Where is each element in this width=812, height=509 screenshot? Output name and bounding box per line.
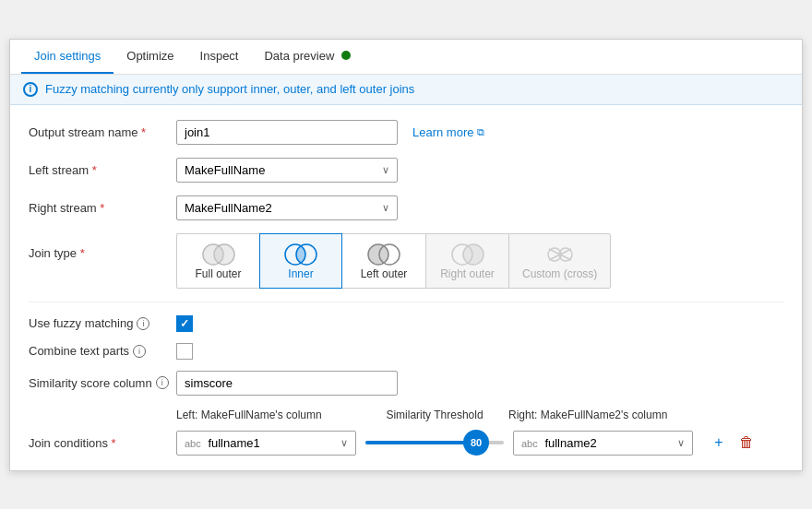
join-option-left-outer[interactable]: Left outer <box>342 233 425 289</box>
right-column-dropdown[interactable]: abc fullname2 ∨ <box>513 431 693 456</box>
banner-text: Fuzzy matching currently only support in… <box>45 82 414 96</box>
full-outer-icon <box>198 242 239 267</box>
learn-more-link[interactable]: Learn more ⧉ <box>412 125 484 139</box>
left-stream-dropdown[interactable]: MakeFullName ∨ <box>176 158 398 183</box>
info-banner: i Fuzzy matching currently only support … <box>10 75 802 105</box>
tab-join-settings[interactable]: Join settings <box>21 40 113 74</box>
right-outer-icon <box>448 242 488 267</box>
left-column-value: fullname1 <box>208 436 259 450</box>
divider <box>29 302 783 302</box>
tab-bar: Join settings Optimize Inspect Data prev… <box>10 40 802 75</box>
right-col-header: Right: MakeFullName2's column <box>508 408 693 421</box>
right-column-value: fullname2 <box>544 436 596 450</box>
inner-icon <box>281 242 321 267</box>
left-stream-row: Left stream MakeFullName ∨ <box>29 158 783 183</box>
fuzzy-matching-row: Use fuzzy matching i ✓ <box>29 315 783 332</box>
right-stream-value: MakeFullName2 <box>185 201 272 215</box>
right-stream-row: Right stream MakeFullName2 ∨ <box>29 195 783 220</box>
combine-info-icon[interactable]: i <box>133 345 146 358</box>
sim-score-label: Similarity score column i <box>29 376 176 390</box>
mid-col-header: Similarity Threshold <box>361 408 508 421</box>
tab-inspect[interactable]: Inspect <box>187 40 252 74</box>
tab-optimize[interactable]: Optimize <box>113 40 186 74</box>
slider-track: 80 <box>365 441 504 444</box>
left-col-header: Left: MakeFullName's column <box>176 408 361 421</box>
output-stream-row: Output stream name Learn more ⧉ <box>29 120 783 145</box>
delete-condition-button[interactable]: 🗑 <box>735 432 758 454</box>
slider-thumb[interactable]: 80 <box>463 430 489 456</box>
condition-row: abc fullname1 ∨ 80 abc <box>176 431 783 456</box>
chevron-down-icon-right-col: ∨ <box>677 437 685 449</box>
main-window: Join settings Optimize Inspect Data prev… <box>9 39 803 471</box>
fuzzy-matching-label: Use fuzzy matching i <box>29 316 176 330</box>
right-stream-dropdown[interactable]: MakeFullName2 ∨ <box>176 195 398 220</box>
conditions-content: Left: MakeFullName's column Similarity T… <box>176 408 783 456</box>
chevron-down-icon: ∨ <box>382 164 389 176</box>
content-area: Output stream name Learn more ⧉ Left str… <box>10 105 802 470</box>
combine-text-row: Combine text parts i <box>29 343 783 360</box>
sim-score-info-icon[interactable]: i <box>156 376 169 389</box>
data-preview-dot <box>341 51 351 60</box>
left-stream-label: Left stream <box>29 163 176 177</box>
right-stream-label: Right stream <box>29 201 176 215</box>
chevron-down-icon-left-col: ∨ <box>340 437 348 449</box>
conditions-header: Left: MakeFullName's column Similarity T… <box>176 408 783 421</box>
slider-fill <box>365 441 476 444</box>
fuzzy-matching-checkbox[interactable]: ✓ <box>176 315 193 332</box>
output-stream-input[interactable] <box>176 120 398 145</box>
join-type-row: Join type Full outer <box>29 233 783 289</box>
combine-text-label: Combine text parts i <box>29 344 176 358</box>
full-outer-label: Full outer <box>195 267 241 280</box>
join-conditions-label: Join conditions <box>29 408 176 450</box>
sim-score-row: Similarity score column i <box>29 371 783 396</box>
chevron-down-icon-right: ∨ <box>382 202 389 214</box>
left-outer-icon <box>364 242 404 267</box>
fuzzy-info-icon[interactable]: i <box>137 317 149 330</box>
right-outer-label: Right outer <box>440 267 495 280</box>
left-outer-label: Left outer <box>361 267 408 280</box>
info-icon: i <box>23 82 38 97</box>
tab-data-preview[interactable]: Data preview <box>251 40 364 74</box>
join-option-full-outer[interactable]: Full outer <box>176 233 259 289</box>
abc-label-right: abc <box>521 438 538 449</box>
combine-text-checkbox[interactable] <box>176 343 193 360</box>
custom-cross-label: Custom (cross) <box>522 267 597 280</box>
sim-score-input[interactable] <box>176 371 398 396</box>
join-conditions-row: Join conditions Left: MakeFullName's col… <box>29 408 783 456</box>
inner-label: Inner <box>288 267 313 280</box>
svg-point-3 <box>214 244 234 265</box>
join-types-container: Full outer Inner <box>176 233 611 289</box>
join-option-right-outer: Right outer <box>425 233 508 289</box>
join-option-custom-cross: Custom (cross) <box>508 233 611 289</box>
output-stream-label: Output stream name <box>29 125 176 139</box>
checkmark-icon: ✓ <box>180 317 189 330</box>
left-stream-value: MakeFullName <box>185 163 265 177</box>
abc-label-left: abc <box>185 438 201 449</box>
join-type-label: Join type <box>29 233 176 260</box>
add-condition-button[interactable]: + <box>708 432 730 454</box>
left-column-dropdown[interactable]: abc fullname1 ∨ <box>176 431 356 456</box>
external-link-icon: ⧉ <box>477 126 484 138</box>
condition-actions: + 🗑 <box>708 432 758 454</box>
threshold-slider[interactable]: 80 <box>365 441 504 444</box>
custom-cross-icon <box>540 242 580 267</box>
join-option-inner[interactable]: Inner <box>259 233 342 289</box>
